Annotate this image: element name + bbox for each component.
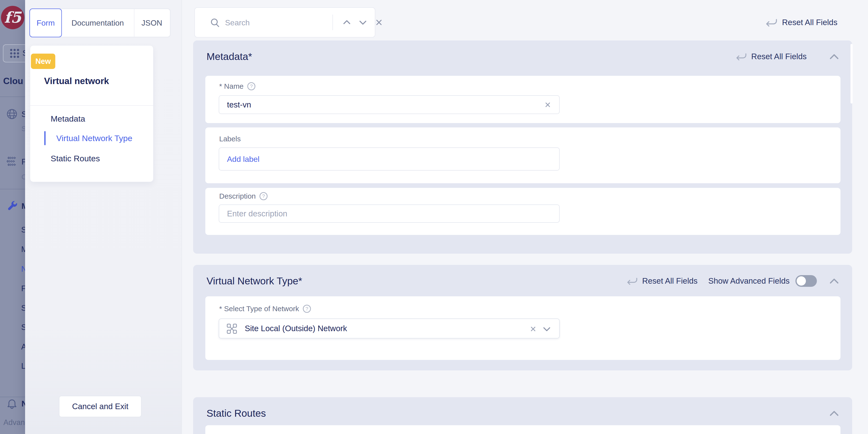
collapse-chevron-icon[interactable] <box>829 277 839 285</box>
grid-icon <box>10 49 20 58</box>
tab-form[interactable]: Form <box>29 8 62 37</box>
form-title: Virtual network <box>44 75 109 87</box>
new-badge: New <box>31 54 55 69</box>
view-tabs: Form Documentation JSON <box>29 8 170 37</box>
form-search-bar <box>194 7 375 37</box>
form-content: Reset All Fields Metadata* Reset All Fie… <box>181 0 868 434</box>
reset-all-fields-button[interactable]: Reset All Fields <box>766 15 837 30</box>
labels-box: Add label <box>219 147 560 171</box>
network-type-card: * Select Type of Network ? <box>205 296 840 360</box>
required-mark: * <box>248 51 252 62</box>
search-input[interactable] <box>224 10 323 35</box>
section-virtual-network-type: Virtual Network Type* Reset All Fields S… <box>193 265 852 370</box>
section-static-routes-title: Static Routes <box>207 407 266 419</box>
rail-heading: Clou <box>3 76 23 86</box>
form-nav-metadata[interactable]: Metadata <box>51 113 85 124</box>
section-reset-label: Reset All Fields <box>642 276 698 286</box>
required-mark: * <box>219 82 222 90</box>
reset-icon <box>766 17 778 28</box>
toggle-knob <box>797 276 806 286</box>
form-nav-static-routes[interactable]: Static Routes <box>51 152 100 164</box>
show-advanced-fields-label: Show Advanced Fields <box>708 276 789 286</box>
active-nav-indicator <box>44 131 45 145</box>
description-input[interactable] <box>226 206 534 221</box>
network-type-select[interactable]: Site Local (Outside) Network <box>219 318 560 339</box>
labels-label-row: Labels <box>219 135 241 143</box>
reset-icon <box>736 52 747 61</box>
description-label-row: Description ? <box>219 192 268 201</box>
reset-all-fields-label: Reset All Fields <box>782 18 837 27</box>
bell-icon <box>6 398 18 410</box>
section-reset-button[interactable]: Reset All Fields <box>736 52 807 61</box>
f5-logo: f5 <box>1 6 24 29</box>
description-label: Description <box>219 192 256 200</box>
dropdown-chevron-icon[interactable] <box>542 326 551 332</box>
clear-name-icon[interactable] <box>544 101 551 109</box>
search-close-icon[interactable] <box>375 19 383 26</box>
name-label-text: Name <box>224 82 244 90</box>
description-input-wrapper <box>219 204 560 223</box>
rail-advanced-label[interactable]: Advan <box>3 417 25 428</box>
clear-selection-icon[interactable] <box>529 325 537 332</box>
search-icon <box>210 18 221 28</box>
select-network-label-text: Select Type of Network <box>224 305 299 313</box>
reset-icon <box>627 276 638 286</box>
virtual-network-icon <box>226 323 237 334</box>
divider <box>30 105 153 106</box>
required-mark: * <box>219 305 222 313</box>
name-label: * Name <box>219 82 244 90</box>
tab-json[interactable]: JSON <box>134 9 169 37</box>
add-label-button[interactable]: Add label <box>227 154 259 164</box>
section-vnt-title: Virtual Network Type* <box>207 274 302 287</box>
globe-icon <box>7 109 17 119</box>
section-title-text: Virtual Network Type <box>207 276 298 287</box>
tab-documentation[interactable]: Documentation <box>61 9 134 37</box>
form-nav-virtual-network-type[interactable]: Virtual Network Type <box>56 132 132 144</box>
section-static-routes-controls <box>829 406 839 420</box>
scrollbar-thumb[interactable] <box>850 44 852 104</box>
section-reset-button[interactable]: Reset All Fields <box>627 276 698 286</box>
help-icon[interactable]: ? <box>259 192 268 201</box>
wrench-icon <box>7 200 18 211</box>
name-field-card: * Name ? <box>205 76 840 123</box>
svg-text:?: ? <box>262 194 265 199</box>
section-static-routes: Static Routes <box>193 397 852 434</box>
network-type-value: Site Local (Outside) Network <box>245 319 347 338</box>
select-network-label: * Select Type of Network <box>219 305 299 313</box>
section-metadata-controls: Reset All Fields <box>736 50 839 63</box>
section-title-text: Metadata <box>207 51 248 62</box>
section-metadata: Metadata* Reset All Fields <box>193 40 852 254</box>
help-icon[interactable]: ? <box>303 305 311 313</box>
screen: f5 S Clou S S <box>0 0 868 434</box>
name-label-row: * Name ? <box>219 82 256 91</box>
divider <box>333 15 333 30</box>
section-reset-label: Reset All Fields <box>751 52 807 61</box>
labels-label: Labels <box>219 135 241 143</box>
section-title-text: Static Routes <box>207 408 266 419</box>
labels-field-card: Labels Add label <box>205 127 840 183</box>
form-nav-card: New Virtual network Metadata Virtual Net… <box>30 45 153 182</box>
help-icon[interactable]: ? <box>247 82 256 91</box>
svg-text:?: ? <box>305 306 308 312</box>
collapse-chevron-icon[interactable] <box>829 53 839 60</box>
required-mark: * <box>298 276 302 287</box>
cancel-and-exit-button[interactable]: Cancel and Exit <box>59 396 142 417</box>
name-input[interactable] <box>226 97 534 113</box>
description-field-card: Description ? <box>205 188 840 235</box>
section-vnt-controls: Reset All Fields Show Advanced Fields <box>627 274 839 288</box>
show-advanced-fields-toggle[interactable] <box>796 275 817 287</box>
search-prev-icon[interactable] <box>342 19 351 26</box>
form-side-panel: Form Documentation JSON New Virtual netw… <box>25 0 181 434</box>
search-next-icon[interactable] <box>359 19 367 26</box>
collapse-chevron-icon[interactable] <box>829 410 839 417</box>
name-input-wrapper <box>219 95 560 114</box>
section-metadata-title: Metadata* <box>207 50 252 63</box>
fabric-icon <box>7 156 18 167</box>
svg-text:?: ? <box>250 84 253 89</box>
select-network-label-row: * Select Type of Network ? <box>219 305 311 313</box>
static-routes-card <box>205 425 840 434</box>
